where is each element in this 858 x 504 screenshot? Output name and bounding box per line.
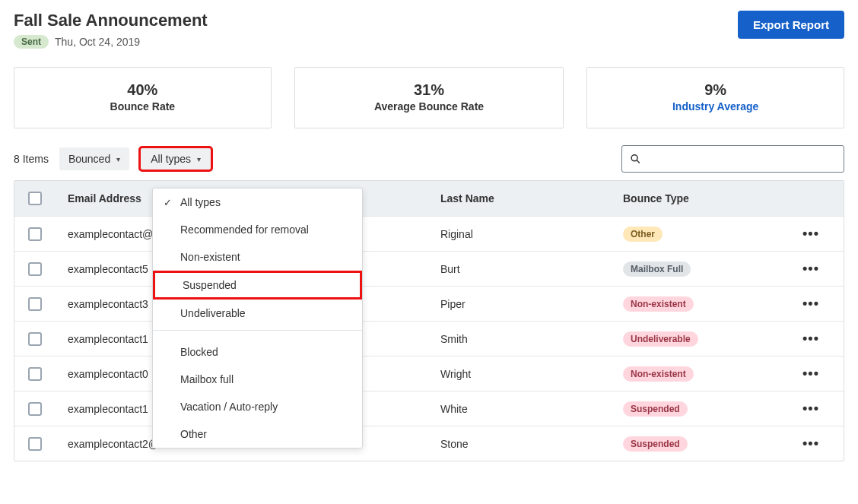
dropdown-item[interactable]: Non-existent [153, 243, 362, 271]
dropdown-item[interactable]: Blocked [153, 338, 362, 366]
cell-bounce-type: Other [623, 227, 792, 242]
th-bounce[interactable]: Bounce Type [623, 192, 792, 204]
row-checkbox[interactable] [28, 402, 42, 416]
cell-bounce-type: Undeliverable [623, 331, 792, 347]
all-types-dropdown: All typesRecommended for removalNon-exis… [152, 188, 363, 449]
filter-all-types[interactable]: All types ▾ [140, 147, 211, 170]
filter-label: All types [151, 153, 191, 165]
stat-percent: 9% [595, 81, 836, 99]
stat-card-avg-bounce-rate: 31% Average Bounce Rate [294, 67, 564, 128]
status-badge: Sent [14, 35, 49, 49]
dropdown-item[interactable]: Mailbox full [153, 366, 362, 393]
stat-card-industry-avg[interactable]: 9% Industry Average [586, 67, 844, 128]
dropdown-item[interactable]: Suspended [153, 271, 362, 300]
chevron-down-icon: ▾ [116, 155, 120, 163]
dropdown-item[interactable]: All types [153, 189, 362, 216]
stat-card-bounce-rate: 40% Bounce Rate [14, 67, 272, 128]
svg-point-0 [631, 155, 637, 161]
dropdown-item[interactable]: Vacation / Auto-reply [153, 393, 362, 420]
dropdown-separator [153, 330, 362, 331]
cell-bounce-type: Suspended [623, 401, 792, 417]
row-actions-button[interactable]: ••• [802, 401, 819, 416]
stat-label: Industry Average [595, 100, 836, 113]
row-checkbox[interactable] [28, 262, 42, 276]
sent-date: Thu, Oct 24, 2019 [55, 36, 140, 48]
bounce-pill: Other [623, 227, 663, 242]
cell-last-name: Riginal [440, 228, 623, 240]
row-checkbox[interactable] [28, 227, 42, 241]
row-actions-button[interactable]: ••• [802, 366, 819, 381]
table-header: Email Address Last Name Bounce Type [14, 181, 844, 216]
table-row: examplecontact3PiperNon-existent••• [14, 286, 844, 321]
table-row: examplecontact2@outlook.comJessieStoneSu… [14, 426, 844, 461]
stat-percent: 40% [22, 81, 263, 99]
cell-bounce-type: Suspended [623, 436, 792, 452]
bounce-pill: Non-existent [623, 366, 694, 382]
chevron-down-icon: ▾ [197, 155, 201, 163]
bounce-pill: Non-existent [623, 296, 694, 312]
dropdown-item[interactable]: Undeliverable [153, 300, 362, 327]
svg-line-1 [637, 160, 640, 163]
table-row: examplecontact5BurtMailbox Full••• [14, 251, 844, 286]
row-actions-button[interactable]: ••• [802, 436, 819, 451]
cell-last-name: Stone [440, 438, 623, 450]
items-count: 8 Items [14, 153, 49, 165]
row-checkbox[interactable] [28, 332, 42, 346]
cell-bounce-type: Non-existent [623, 366, 792, 382]
row-checkbox[interactable] [28, 297, 42, 311]
bounce-pill: Mailbox Full [623, 262, 691, 277]
export-report-button[interactable]: Export Report [738, 11, 844, 39]
bounce-pill: Suspended [623, 401, 688, 417]
dropdown-item[interactable]: Other [153, 420, 362, 448]
filter-bounced[interactable]: Bounced ▾ [59, 147, 129, 170]
cell-bounce-type: Mailbox Full [623, 262, 792, 277]
stat-label: Average Bounce Rate [303, 100, 556, 113]
cell-last-name: White [440, 403, 623, 415]
cell-last-name: Piper [440, 298, 623, 310]
page-title: Fall Sale Announcement [14, 11, 208, 30]
row-actions-button[interactable]: ••• [802, 331, 819, 346]
cell-last-name: Smith [440, 333, 623, 345]
search-field-wrap[interactable] [621, 145, 844, 173]
cell-last-name: Wright [440, 368, 623, 380]
search-input[interactable] [647, 153, 836, 165]
row-actions-button[interactable]: ••• [802, 261, 819, 276]
stat-label: Bounce Rate [22, 100, 263, 113]
table-row: examplecontact@RiginalOther••• [14, 216, 844, 251]
cell-last-name: Burt [440, 263, 623, 275]
cell-bounce-type: Non-existent [623, 296, 792, 312]
table-row: examplecontact0WrightNon-existent••• [14, 356, 844, 391]
table-row: examplecontact1SmithUndeliverable••• [14, 321, 844, 356]
search-icon [630, 153, 641, 165]
bounce-pill: Suspended [623, 436, 688, 452]
row-actions-button[interactable]: ••• [802, 226, 819, 241]
stat-percent: 31% [303, 81, 556, 99]
row-checkbox[interactable] [28, 437, 42, 451]
contacts-table: Email Address Last Name Bounce Type exam… [14, 180, 844, 461]
dropdown-item[interactable]: Recommended for removal [153, 216, 362, 243]
bounce-pill: Undeliverable [623, 331, 698, 347]
filter-label: Bounced [68, 153, 110, 165]
table-row: examplecontact1WhiteSuspended••• [14, 391, 844, 426]
row-checkbox[interactable] [28, 367, 42, 381]
select-all-checkbox[interactable] [28, 192, 42, 205]
th-last[interactable]: Last Name [440, 192, 623, 204]
row-actions-button[interactable]: ••• [802, 296, 819, 311]
